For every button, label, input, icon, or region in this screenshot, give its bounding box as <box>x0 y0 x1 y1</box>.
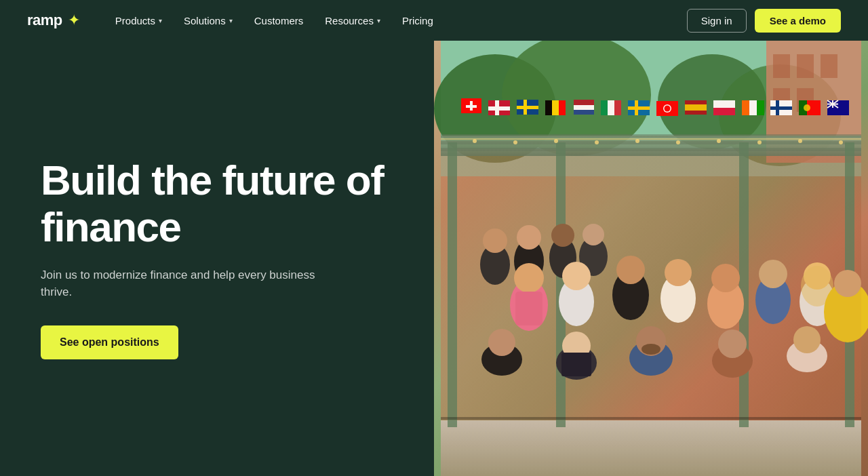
hero-heading: Build the future of finance <box>41 157 393 250</box>
customers-label: Customers <box>254 15 304 26</box>
nav-left: ramp ✦ Products ▾ Solutions ▾ Customers <box>27 9 441 32</box>
nav-item-products: Products ▾ <box>107 9 170 32</box>
products-nav-button[interactable]: Products ▾ <box>107 9 170 32</box>
nav-item-customers: Customers <box>246 9 312 32</box>
photo-background <box>434 41 868 476</box>
resources-nav-button[interactable]: Resources ▾ <box>317 9 389 32</box>
hero-section: Build the future of finance Join us to m… <box>0 41 868 476</box>
resources-label: Resources <box>325 15 374 26</box>
scene-illustration <box>434 41 868 476</box>
solutions-label: Solutions <box>184 15 226 26</box>
hero-left: Build the future of finance Join us to m… <box>0 41 434 476</box>
solutions-chevron-icon: ▾ <box>229 17 233 24</box>
hero-image <box>434 41 868 476</box>
resources-chevron-icon: ▾ <box>377 17 380 24</box>
pricing-nav-button[interactable]: Pricing <box>394 9 441 32</box>
logo-wordmark: ramp <box>27 12 62 29</box>
logo[interactable]: ramp ✦ <box>27 12 80 29</box>
nav-links: Products ▾ Solutions ▾ Customers Resourc… <box>107 9 441 32</box>
solutions-nav-button[interactable]: Solutions ▾ <box>176 9 241 32</box>
nav-item-pricing: Pricing <box>394 9 441 32</box>
navbar: ramp ✦ Products ▾ Solutions ▾ Customers <box>0 0 868 41</box>
pricing-label: Pricing <box>402 15 433 26</box>
see-a-demo-button[interactable]: See a demo <box>755 9 841 33</box>
nav-right: Sign in See a demo <box>687 9 841 33</box>
see-open-positions-button[interactable]: See open positions <box>41 325 178 359</box>
nav-item-resources: Resources ▾ <box>317 9 389 32</box>
logo-icon: ✦ <box>68 12 80 29</box>
sign-in-button[interactable]: Sign in <box>687 9 747 33</box>
customers-nav-button[interactable]: Customers <box>246 9 312 32</box>
products-label: Products <box>115 15 155 26</box>
nav-item-solutions: Solutions ▾ <box>176 9 241 32</box>
svg-rect-115 <box>441 41 861 476</box>
hero-subtext: Join us to modernize finance and help ev… <box>41 266 326 301</box>
products-chevron-icon: ▾ <box>159 17 162 24</box>
